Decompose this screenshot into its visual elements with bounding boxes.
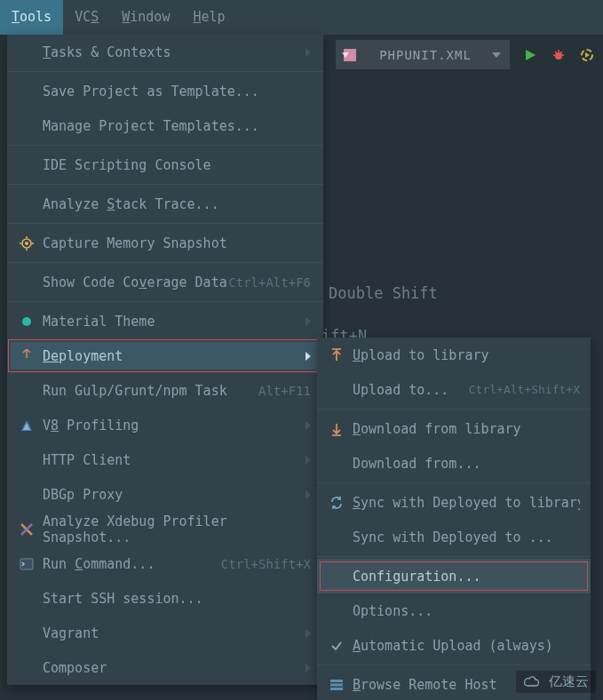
submenu-arrow-icon	[305, 664, 311, 672]
tools-item-http-client[interactable]: HTTP Client	[7, 442, 323, 477]
separator	[317, 482, 591, 483]
menu-item-label: Upload to...	[353, 382, 469, 398]
v8-icon	[18, 417, 36, 434]
tools-item-analyze-stack[interactable]: Analyze Stack Trace...	[7, 187, 323, 221]
menu-item-label: Manage Project Templates...	[43, 118, 311, 134]
separator	[7, 184, 323, 185]
svg-point-17	[22, 317, 31, 326]
menu-item-label: Deployment	[43, 348, 297, 364]
tools-menu: Tasks & ContextsSave Project as Template…	[7, 35, 323, 685]
material-icon	[18, 313, 36, 330]
menu-item-label: Configuration...	[353, 569, 580, 585]
menu-item-label: Material Theme	[43, 314, 297, 330]
svg-point-12	[25, 242, 28, 245]
tools-item-deployment[interactable]: Deployment	[7, 338, 323, 373]
svg-marker-10	[585, 52, 590, 58]
menu-item-label: Tasks & Contexts	[43, 44, 297, 60]
svg-line-7	[555, 52, 557, 53]
svg-rect-27	[330, 688, 343, 690]
tools-item-ide-console[interactable]: IDE Scripting Console	[7, 147, 323, 182]
menu-item-label: HTTP Client	[43, 452, 297, 468]
run-config-name: PHPUNIT.XML	[366, 48, 485, 62]
deploy-item-download-from-lib[interactable]: Download from library	[317, 411, 591, 446]
menu-window[interactable]: Window	[110, 0, 181, 35]
menu-item-label: Options...	[353, 603, 580, 619]
menu-item-label: DBGp Proxy	[43, 487, 297, 503]
separator	[7, 145, 323, 146]
separator	[7, 262, 323, 263]
tools-item-manage-templates[interactable]: Manage Project Templates...	[7, 108, 323, 143]
tools-item-capture-mem[interactable]: Capture Memory Snapshot	[7, 226, 323, 260]
svg-rect-22	[20, 559, 33, 569]
tools-item-dbgp[interactable]: DBGp Proxy	[7, 477, 323, 512]
menu-item-label: Start SSH session...	[43, 591, 311, 607]
run-config-select[interactable]: PHPUNIT.XML	[336, 40, 510, 69]
tools-item-material-theme[interactable]: Material Theme	[7, 304, 323, 338]
menubar: Tools VCS Window Help	[0, 0, 603, 35]
host-icon	[328, 676, 345, 694]
deploy-item-download-from[interactable]: Download from...	[317, 446, 591, 481]
debug-button[interactable]	[551, 47, 567, 63]
run-button[interactable]	[522, 47, 538, 63]
toolbar: PHPUNIT.XML	[336, 37, 603, 72]
tools-item-xdebug[interactable]: Analyze Xdebug Profiler Snapshot...	[7, 512, 323, 546]
menu-item-label: Analyze Xdebug Profiler Snapshot...	[43, 513, 311, 545]
tools-item-coverage[interactable]: Show Code Coverage DataCtrl+Alt+F6	[7, 265, 323, 299]
submenu-arrow-icon	[305, 629, 311, 638]
menu-item-label: Show Code Coverage Data	[43, 274, 228, 290]
sync-icon	[328, 494, 345, 512]
coverage-run-button[interactable]	[579, 47, 595, 63]
submenu-arrow-icon	[305, 352, 311, 361]
menu-item-label: Automatic Upload (always)	[353, 638, 580, 654]
separator	[7, 71, 323, 72]
tools-item-ssh[interactable]: Start SSH session...	[7, 581, 323, 616]
search-everywhere-hint: Double Shift ift+N	[329, 284, 438, 345]
shortcut: Ctrl+Alt+F6	[228, 275, 311, 290]
separator	[317, 664, 591, 665]
terminal-icon	[18, 555, 36, 573]
menu-item-label: Sync with Deployed to library...	[353, 495, 580, 511]
deployment-submenu: Upload to libraryUpload to...Ctrl+Alt+Sh…	[317, 338, 591, 700]
tools-item-composer[interactable]: Composer	[7, 650, 323, 685]
deploy-item-configuration[interactable]: Configuration...	[317, 559, 591, 593]
tools-item-v8[interactable]: V8 Profiling	[7, 408, 323, 442]
submenu-arrow-icon	[305, 490, 311, 499]
submenu-arrow-icon	[305, 317, 311, 326]
menu-item-label: Analyze Stack Trace...	[43, 196, 311, 212]
deploy-item-sync[interactable]: Sync with Deployed to ...	[317, 520, 591, 554]
menu-item-label: Capture Memory Snapshot	[43, 235, 311, 251]
menu-item-label: Download from...	[353, 456, 580, 472]
deploy-item-upload-to-lib[interactable]: Upload to library	[317, 338, 591, 372]
submenu-arrow-icon	[305, 456, 311, 465]
menu-item-label: Run Gulp/Grunt/npm Task	[43, 383, 258, 399]
watermark-logo: 亿速云	[516, 671, 596, 693]
deploy-item-auto-upload[interactable]: Automatic Upload (always)	[317, 628, 591, 663]
menu-vcs[interactable]: VCS	[63, 0, 110, 35]
check-icon	[328, 637, 345, 655]
menu-item-label: Sync with Deployed to ...	[353, 529, 580, 545]
tools-item-tasks[interactable]: Tasks & Contexts	[7, 35, 323, 69]
shortcut: Ctrl+Shift+X	[221, 557, 311, 571]
menu-tools[interactable]: Tools	[0, 0, 63, 35]
xdebug-icon	[18, 521, 36, 538]
deploy-item-upload-to[interactable]: Upload to...Ctrl+Alt+Shift+X	[317, 372, 591, 407]
menu-help[interactable]: Help	[181, 0, 236, 35]
deploy-item-sync-lib[interactable]: Sync with Deployed to library...	[317, 485, 591, 520]
deploy-item-options[interactable]: Options...	[317, 593, 591, 628]
separator	[317, 409, 591, 410]
shortcut: Ctrl+Alt+Shift+X	[469, 383, 580, 396]
tools-item-vagrant[interactable]: Vagrant	[7, 616, 323, 650]
separator	[7, 301, 323, 302]
menu-item-label: Run Command...	[43, 556, 221, 572]
memory-icon	[18, 235, 36, 252]
tools-item-run-cmd[interactable]: Run Command...Ctrl+Shift+X	[7, 546, 323, 581]
deploy-icon	[18, 347, 36, 365]
tools-item-save-template[interactable]: Save Project as Template...	[7, 74, 323, 108]
svg-line-8	[560, 52, 562, 53]
separator	[317, 556, 591, 557]
svg-rect-25	[330, 680, 343, 682]
download-icon	[328, 420, 345, 438]
submenu-arrow-icon	[305, 421, 311, 430]
menu-item-label: Download from library	[353, 421, 580, 437]
tools-item-gulp[interactable]: Run Gulp/Grunt/npm TaskAlt+F11	[7, 373, 323, 408]
